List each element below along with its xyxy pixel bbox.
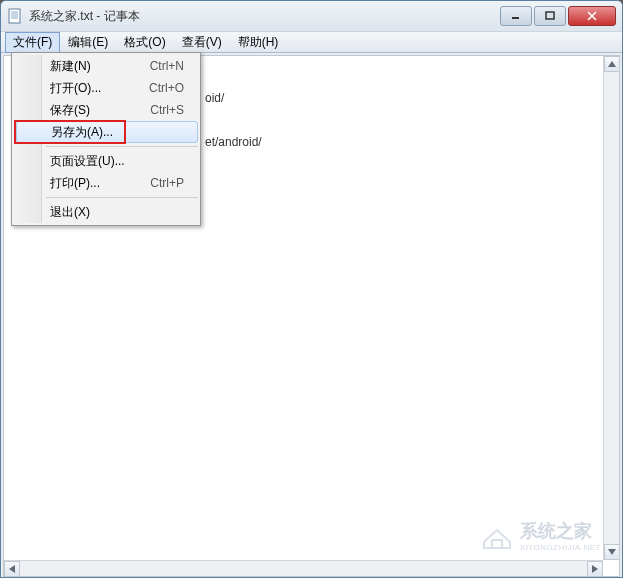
menu-item-label: 保存(S) [50,102,150,119]
menu-item-open[interactable]: 打开(O)... Ctrl+O [42,77,198,99]
menu-item-label: 新建(N) [50,58,150,75]
menu-item-label: 页面设置(U)... [50,153,194,170]
watermark: 系统之家 XITONGZHIJIA.NET [480,519,601,552]
scroll-right-arrow-icon[interactable] [587,561,603,577]
menu-item-label: 另存为(A)... [51,124,183,141]
menu-file[interactable]: 文件(F) [5,32,60,53]
minimize-button[interactable] [500,6,532,26]
menu-item-save[interactable]: 保存(S) Ctrl+S [42,99,198,121]
svg-marker-9 [608,61,616,67]
menu-item-exit[interactable]: 退出(X) [42,201,198,223]
menu-item-shortcut: Ctrl+P [150,176,194,190]
app-icon [7,8,23,24]
menu-item-label: 打开(O)... [50,80,149,97]
svg-marker-10 [608,549,616,555]
scroll-left-arrow-icon[interactable] [4,561,20,577]
horizontal-scrollbar[interactable] [4,560,603,576]
watermark-url: XITONGZHIJIA.NET [520,543,601,552]
menu-view[interactable]: 查看(V) [174,32,230,53]
menu-item-shortcut: Ctrl+S [150,103,194,117]
svg-rect-6 [546,12,554,19]
menu-item-saveas[interactable]: 另存为(A)... [16,121,198,143]
watermark-text: 系统之家 [520,519,601,543]
menu-separator [46,197,198,198]
menu-item-pagesetup[interactable]: 页面设置(U)... [42,150,198,172]
svg-marker-12 [592,565,598,573]
titlebar[interactable]: 系统之家.txt - 记事本 [1,1,622,31]
menu-edit[interactable]: 编辑(E) [60,32,116,53]
window-title: 系统之家.txt - 记事本 [29,8,498,25]
notepad-window: 系统之家.txt - 记事本 文件(F) 编辑(E) 格式(O) 查看(V) 帮… [0,0,623,578]
menubar: 文件(F) 编辑(E) 格式(O) 查看(V) 帮助(H) [1,31,622,53]
svg-marker-11 [9,565,15,573]
menu-separator [46,146,198,147]
window-controls [498,6,616,26]
menu-item-print[interactable]: 打印(P)... Ctrl+P [42,172,198,194]
menu-item-new[interactable]: 新建(N) Ctrl+N [42,55,198,77]
menu-format[interactable]: 格式(O) [116,32,173,53]
scroll-up-arrow-icon[interactable] [604,56,620,72]
menu-item-label: 打印(P)... [50,175,150,192]
menu-item-label: 退出(X) [50,204,194,221]
file-menu-dropdown: 新建(N) Ctrl+N 打开(O)... Ctrl+O 保存(S) Ctrl+… [11,52,201,226]
maximize-button[interactable] [534,6,566,26]
vertical-scrollbar[interactable] [603,56,619,560]
scroll-down-arrow-icon[interactable] [604,544,620,560]
menu-item-shortcut: Ctrl+N [150,59,194,73]
menu-item-shortcut: Ctrl+O [149,81,194,95]
close-button[interactable] [568,6,616,26]
menu-help[interactable]: 帮助(H) [230,32,287,53]
